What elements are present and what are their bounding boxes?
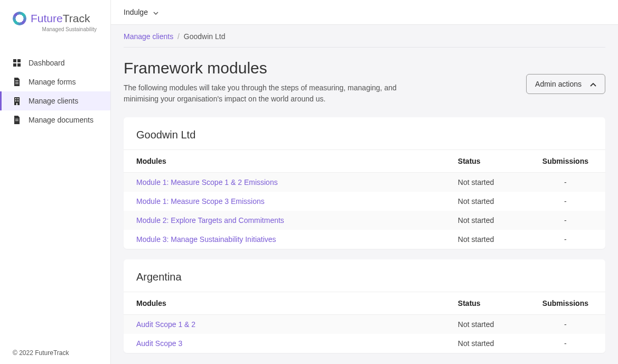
modules-table: ModulesStatusSubmissionsModule 1: Measur… xyxy=(124,150,605,249)
content-area: Manage clients / Goodwin Ltd Framework m… xyxy=(111,25,618,364)
module-section-card: ArgentinaModulesStatusSubmissionsAudit S… xyxy=(124,259,605,353)
brand-name-primary: Future xyxy=(31,12,63,24)
sidebar-item-label: Manage documents xyxy=(29,116,93,124)
chevron-down-icon xyxy=(153,8,158,16)
svg-rect-0 xyxy=(13,59,16,62)
sidebar-item-clients[interactable]: Manage clients xyxy=(0,91,110,110)
table-row: Module 1: Measure Scope 3 EmissionsNot s… xyxy=(124,192,605,211)
module-status-cell: Not started xyxy=(445,192,530,211)
brand-name-secondary: Track xyxy=(63,12,90,24)
module-link[interactable]: Module 1: Measure Scope 1 & 2 Emissions xyxy=(136,178,278,186)
svg-rect-4 xyxy=(15,80,18,81)
module-status-cell: Not started xyxy=(445,315,530,334)
module-status-cell: Not started xyxy=(445,334,530,353)
module-submissions-cell: - xyxy=(530,315,605,334)
module-link[interactable]: Audit Scope 1 & 2 xyxy=(136,320,195,329)
sidebar-item-documents[interactable]: Manage documents xyxy=(0,110,110,129)
module-link[interactable]: Module 3: Manage Sustainability Initiati… xyxy=(136,235,276,244)
admin-actions-label: Admin actions xyxy=(535,80,582,88)
sidebar-item-label: Dashboard xyxy=(29,59,65,67)
col-header-modules: Modules xyxy=(124,292,445,315)
sidebar: FutureTrack Managed Sustainability Dashb… xyxy=(0,0,111,364)
chevron-up-icon xyxy=(590,80,596,88)
module-submissions-cell: - xyxy=(530,230,605,249)
col-header-submissions: Submissions xyxy=(530,292,605,315)
sidebar-footer: © 2022 FutureTrack xyxy=(13,349,69,357)
modules-table: ModulesStatusSubmissionsAudit Scope 1 & … xyxy=(124,292,605,353)
svg-rect-9 xyxy=(17,98,18,99)
sidebar-item-label: Manage forms xyxy=(29,78,76,86)
grid-icon xyxy=(13,59,21,67)
svg-rect-11 xyxy=(17,100,18,101)
table-row: Audit Scope 3Not started- xyxy=(124,334,605,353)
svg-rect-14 xyxy=(15,120,18,121)
sidebar-item-label: Manage clients xyxy=(29,97,78,105)
module-name-cell: Audit Scope 1 & 2 xyxy=(124,315,445,334)
module-link[interactable]: Audit Scope 3 xyxy=(136,339,182,348)
table-row: Module 3: Manage Sustainability Initiati… xyxy=(124,230,605,249)
svg-rect-1 xyxy=(17,59,21,62)
module-link[interactable]: Module 2: Explore Targets and Commitment… xyxy=(136,216,284,225)
page-header: Framework modules The following modules … xyxy=(124,59,605,105)
svg-rect-10 xyxy=(15,100,16,101)
col-header-submissions: Submissions xyxy=(530,150,605,173)
brand-tagline: Managed Sustainability xyxy=(13,26,99,32)
breadcrumb-current: Goodwin Ltd xyxy=(184,32,226,41)
module-name-cell: Module 2: Explore Targets and Commitment… xyxy=(124,211,445,230)
svg-rect-13 xyxy=(15,119,18,119)
svg-rect-12 xyxy=(16,103,17,105)
svg-rect-3 xyxy=(17,63,21,67)
table-row: Module 2: Explore Targets and Commitment… xyxy=(124,211,605,230)
org-selector[interactable]: Indulge xyxy=(124,8,158,16)
breadcrumb: Manage clients / Goodwin Ltd xyxy=(124,32,605,48)
table-row: Audit Scope 1 & 2Not started- xyxy=(124,315,605,334)
sidebar-item-forms[interactable]: Manage forms xyxy=(0,72,110,91)
col-header-status: Status xyxy=(445,150,530,173)
sidebar-nav: Dashboard Manage forms Manage clients Ma… xyxy=(0,53,110,129)
sidebar-item-dashboard[interactable]: Dashboard xyxy=(0,53,110,72)
section-title: Goodwin Ltd xyxy=(124,117,605,150)
table-row: Module 1: Measure Scope 1 & 2 EmissionsN… xyxy=(124,173,605,192)
module-name-cell: Module 3: Manage Sustainability Initiati… xyxy=(124,230,445,249)
document-icon xyxy=(13,116,21,124)
module-submissions-cell: - xyxy=(530,173,605,192)
module-name-cell: Audit Scope 3 xyxy=(124,334,445,353)
topbar: Indulge xyxy=(111,0,618,25)
svg-rect-8 xyxy=(15,98,16,99)
module-submissions-cell: - xyxy=(530,334,605,353)
module-link[interactable]: Module 1: Measure Scope 3 Emissions xyxy=(136,197,265,206)
page-title: Framework modules xyxy=(124,59,409,77)
admin-actions-button[interactable]: Admin actions xyxy=(526,74,605,94)
logo-area: FutureTrack Managed Sustainability xyxy=(0,0,110,43)
brand-logo[interactable]: FutureTrack xyxy=(13,12,99,25)
col-header-status: Status xyxy=(445,292,530,315)
org-selected-label: Indulge xyxy=(124,8,148,16)
logo-circle-icon xyxy=(13,12,26,25)
sections-container: Goodwin LtdModulesStatusSubmissionsModul… xyxy=(124,117,605,353)
breadcrumb-separator: / xyxy=(177,32,180,41)
breadcrumb-parent[interactable]: Manage clients xyxy=(124,32,173,41)
module-submissions-cell: - xyxy=(530,192,605,211)
building-icon xyxy=(13,97,21,105)
brand-name: FutureTrack xyxy=(31,12,90,25)
module-section-card: Goodwin LtdModulesStatusSubmissionsModul… xyxy=(124,117,605,249)
module-status-cell: Not started xyxy=(445,211,530,230)
page-description: The following modules will take you thro… xyxy=(124,82,409,105)
module-name-cell: Module 1: Measure Scope 1 & 2 Emissions xyxy=(124,173,445,192)
page-header-text: Framework modules The following modules … xyxy=(124,59,409,105)
module-status-cell: Not started xyxy=(445,173,530,192)
module-status-cell: Not started xyxy=(445,230,530,249)
module-submissions-cell: - xyxy=(530,211,605,230)
file-icon xyxy=(13,78,21,86)
svg-rect-2 xyxy=(13,63,16,67)
section-title: Argentina xyxy=(124,259,605,292)
col-header-modules: Modules xyxy=(124,150,445,173)
svg-rect-5 xyxy=(15,82,18,82)
svg-rect-6 xyxy=(15,83,18,84)
module-name-cell: Module 1: Measure Scope 3 Emissions xyxy=(124,192,445,211)
main-area: Indulge Manage clients / Goodwin Ltd Fra… xyxy=(111,0,618,364)
